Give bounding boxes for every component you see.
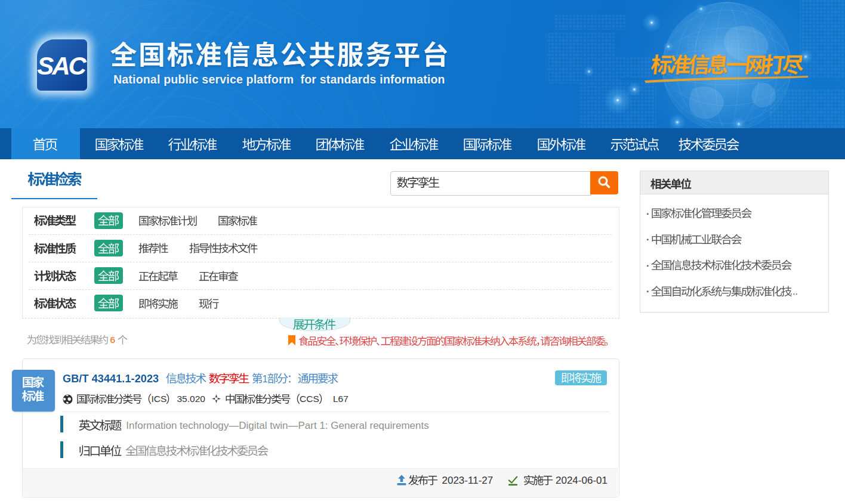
- svg-text:SAC: SAC: [37, 52, 87, 80]
